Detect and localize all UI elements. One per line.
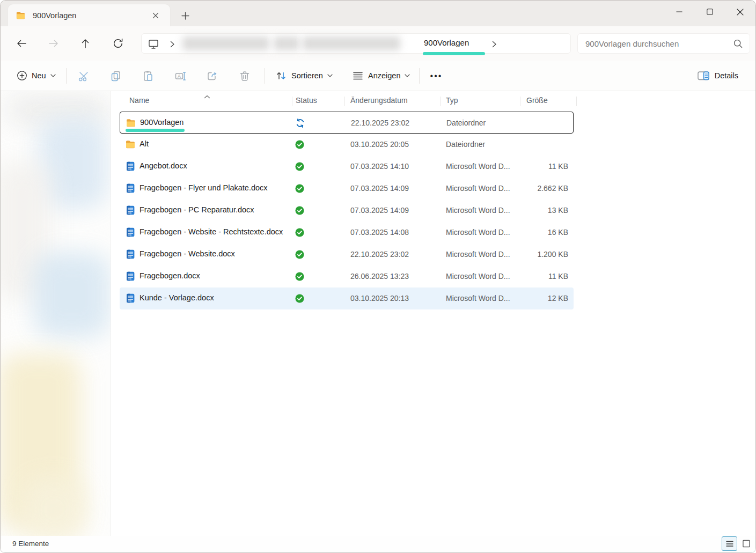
- column-separator[interactable]: [520, 97, 520, 106]
- file-row[interactable]: Fragebogen - Website.docx 22.10.2025 23:…: [120, 244, 574, 266]
- breadcrumb-annotation-underline: [423, 52, 485, 55]
- status-bar: 9 Elemente: [1, 536, 755, 552]
- navigation-bar: 900Vorlagen: [1, 26, 755, 61]
- modified-cell: 26.06.2025 13:23: [350, 272, 409, 281]
- file-row[interactable]: Fragebogen - Website - Rechtstexte.docx …: [120, 222, 574, 244]
- modified-cell: 07.03.2025 14:09: [350, 206, 409, 215]
- tab-close-icon[interactable]: [149, 9, 163, 23]
- refresh-icon[interactable]: [109, 35, 127, 52]
- file-row[interactable]: Fragebogen - Flyer und Plakate.docx 07.0…: [120, 178, 574, 200]
- check-status-icon: [295, 139, 305, 150]
- file-row[interactable]: Alt 03.10.2025 20:05 Dateiordner: [120, 134, 574, 156]
- search-box: [577, 33, 750, 54]
- back-icon[interactable]: [13, 35, 30, 52]
- maximize-icon[interactable]: [694, 1, 725, 23]
- search-input[interactable]: [584, 39, 733, 49]
- breadcrumb-current[interactable]: 900Vorlagen: [424, 38, 469, 47]
- this-pc-icon[interactable]: [147, 38, 160, 50]
- breadcrumb-chevron-icon[interactable]: [170, 40, 175, 50]
- file-row[interactable]: Fragebogen.docx 26.06.2025 13:23 Microso…: [120, 266, 574, 287]
- type-cell: Dateiordner: [446, 119, 486, 127]
- chevron-down-icon: [327, 74, 333, 78]
- close-icon[interactable]: [725, 1, 755, 23]
- type-cell: Microsoft Word D...: [446, 250, 510, 259]
- share-icon[interactable]: [203, 67, 222, 86]
- toolbar-divider: [66, 68, 67, 84]
- size-cell: 2.662 KB: [516, 184, 568, 193]
- column-separator[interactable]: [344, 97, 345, 106]
- paste-icon[interactable]: [138, 67, 158, 86]
- items-count: 9 Elemente: [12, 540, 49, 548]
- navigation-pane-blurred: [1, 91, 111, 536]
- search-icon[interactable]: [733, 39, 743, 49]
- folder-icon: [125, 139, 136, 150]
- column-separator[interactable]: [292, 97, 292, 106]
- column-header-row: Name Status Änderungsdatum Typ Größe: [111, 91, 755, 112]
- file-row[interactable]: 900Vorlagen 22.10.2025 23:02 Dateiordner: [120, 112, 574, 134]
- minimize-icon[interactable]: [664, 1, 694, 23]
- file-explorer-window: 900Vorlagen: [0, 0, 756, 553]
- check-status-icon: [295, 293, 305, 304]
- tab-bar: 900Vorlagen: [1, 1, 755, 26]
- check-status-icon: [295, 271, 305, 282]
- word-file-icon: [125, 183, 136, 194]
- file-row[interactable]: Kunde - Vorlage.docx 03.10.2025 20:13 Mi…: [120, 287, 574, 309]
- check-status-icon: [295, 183, 305, 194]
- rename-icon[interactable]: A: [171, 67, 190, 86]
- word-file-icon: [125, 227, 136, 238]
- breadcrumb-chevron-icon[interactable]: [491, 40, 497, 50]
- column-header-size[interactable]: Größe: [526, 96, 548, 105]
- delete-icon[interactable]: [235, 67, 254, 86]
- word-file-icon: [125, 161, 136, 172]
- file-row[interactable]: Angebot.docx 07.03.2025 14:10 Microsoft …: [120, 156, 574, 178]
- type-cell: Microsoft Word D...: [446, 162, 510, 171]
- word-file-icon: [125, 205, 136, 216]
- sort-button-label: Sortieren: [291, 71, 323, 80]
- chevron-down-icon: [50, 74, 56, 78]
- large-icons-view-toggle[interactable]: [739, 536, 753, 551]
- file-name: Fragebogen - PC Reparatur.docx: [140, 205, 254, 214]
- new-tab-button[interactable]: [178, 8, 193, 23]
- details-view-toggle[interactable]: [722, 536, 737, 551]
- new-button[interactable]: Neu: [11, 66, 61, 85]
- column-header-name[interactable]: Name: [129, 96, 149, 105]
- forward-icon[interactable]: [45, 35, 62, 52]
- file-name: Kunde - Vorlage.docx: [140, 293, 214, 302]
- window-controls: [664, 1, 755, 23]
- address-bar[interactable]: 900Vorlagen: [141, 33, 571, 54]
- check-status-icon: [295, 249, 305, 260]
- new-button-label: Neu: [32, 71, 46, 80]
- file-name: Fragebogen - Website.docx: [140, 249, 235, 258]
- modified-cell: 22.10.2025 23:02: [350, 250, 409, 259]
- explorer-tab[interactable]: 900Vorlagen: [8, 4, 170, 26]
- modified-cell: 07.03.2025 14:09: [350, 184, 409, 193]
- details-pane-button[interactable]: Details: [693, 66, 743, 85]
- check-status-icon: [295, 227, 305, 238]
- view-lines-icon: [352, 70, 364, 82]
- annotation-underline: [126, 129, 185, 132]
- up-icon[interactable]: [77, 35, 94, 52]
- copy-icon[interactable]: [106, 67, 126, 86]
- modified-cell: 03.10.2025 20:13: [350, 294, 409, 303]
- check-status-icon: [295, 205, 305, 216]
- file-row[interactable]: Fragebogen - PC Reparatur.docx 07.03.202…: [120, 200, 574, 222]
- folder-icon: [16, 10, 26, 20]
- file-name: Fragebogen.docx: [140, 271, 200, 280]
- type-cell: Microsoft Word D...: [446, 206, 510, 215]
- size-cell: 16 KB: [516, 228, 568, 237]
- column-header-status[interactable]: Status: [296, 96, 317, 105]
- column-separator[interactable]: [440, 97, 441, 106]
- sort-button[interactable]: Sortieren: [270, 66, 338, 85]
- toolbar-divider: [265, 68, 265, 84]
- column-header-type[interactable]: Typ: [446, 96, 458, 105]
- cut-icon[interactable]: [74, 67, 93, 86]
- more-button[interactable]: •••: [427, 67, 446, 86]
- toolbar-divider: [419, 68, 420, 84]
- type-cell: Dateiordner: [446, 140, 485, 149]
- column-separator[interactable]: [576, 97, 577, 106]
- view-button[interactable]: Anzeigen: [347, 66, 415, 85]
- column-header-modified[interactable]: Änderungsdatum: [350, 96, 408, 105]
- size-cell: 13 KB: [516, 206, 568, 215]
- file-name: Angebot.docx: [140, 161, 187, 170]
- modified-cell: 07.03.2025 14:10: [350, 162, 409, 171]
